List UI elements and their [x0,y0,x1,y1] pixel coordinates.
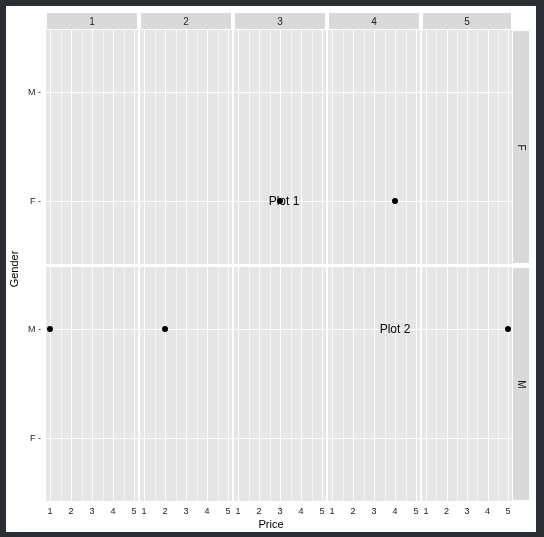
x-tick-label: 1 [423,506,428,516]
x-axis-title: Price [6,518,536,530]
facet-panel [234,267,326,501]
y-axis-title: Gender [8,6,20,532]
facet-col-strip: 2 [140,12,232,30]
panel-gap [326,30,328,502]
panel-gap [232,30,234,502]
x-tick-label: 5 [505,506,510,516]
y-tick-label: M - [24,324,42,334]
x-tick-label: 2 [256,506,261,516]
facet-col-strip: 4 [328,12,420,30]
x-tick-label: 2 [444,506,449,516]
y-tick-label: F - [24,196,42,206]
x-tick-label: 4 [298,506,303,516]
annotation: Plot 2 [380,322,411,336]
facet-row-strip: M [512,267,530,501]
x-tick-label: 1 [235,506,240,516]
chart-stage: Price Gender 1 2 3 4 5 F M M - F - M - F… [0,0,544,537]
annotation: Plot 1 [269,194,300,208]
x-tick-label: 4 [110,506,115,516]
facet-panel [422,30,512,264]
x-tick-label: 5 [413,506,418,516]
data-point [47,326,53,332]
y-tick-label: M - [24,87,42,97]
x-tick-label: 2 [68,506,73,516]
x-tick-label: 1 [329,506,334,516]
x-tick-label: 2 [350,506,355,516]
facet-panel [140,267,232,501]
x-tick-label: 3 [89,506,94,516]
facet-panel [46,267,138,501]
x-tick-label: 1 [47,506,52,516]
x-tick-label: 2 [162,506,167,516]
x-tick-label: 5 [131,506,136,516]
x-tick-label: 3 [277,506,282,516]
facet-row-strip: F [512,30,530,264]
x-tick-label: 4 [204,506,209,516]
facet-panel: Plot 2 [328,267,420,501]
facet-col-strip: 5 [422,12,512,30]
facet-col-strip: 1 [46,12,138,30]
x-tick-label: 5 [225,506,230,516]
plot-frame: Price Gender 1 2 3 4 5 F M M - F - M - F… [6,6,536,532]
y-tick-label: F - [24,433,42,443]
x-tick-label: 5 [319,506,324,516]
data-point [505,326,511,332]
facet-panel [328,30,420,264]
x-tick-label: 3 [183,506,188,516]
facet-panel [140,30,232,264]
x-tick-label: 4 [485,506,490,516]
x-tick-label: 3 [464,506,469,516]
facet-col-strip: 3 [234,12,326,30]
panel-gap [138,30,140,502]
facet-panel: Plot 1 [234,30,326,264]
x-tick-label: 4 [392,506,397,516]
data-point [392,198,398,204]
data-point [162,326,168,332]
panel-gap [420,30,422,502]
facet-panel [46,30,138,264]
facet-panel [422,267,512,501]
x-tick-label: 1 [141,506,146,516]
x-tick-label: 3 [371,506,376,516]
